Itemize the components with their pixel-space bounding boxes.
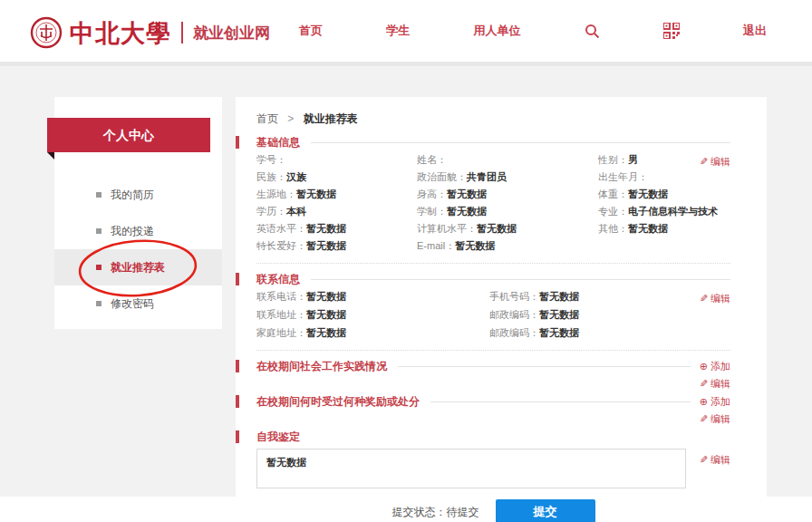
edit-practice-button[interactable]: 编辑 <box>700 378 730 389</box>
field-label: 姓名： <box>417 154 447 165</box>
field: 英语水平：暂无数据 <box>256 222 417 236</box>
field-label: 联系地址： <box>256 309 306 320</box>
field-label: 专业： <box>598 206 628 217</box>
sidebar-title-banner: 个人中心 <box>47 118 210 152</box>
field-value: 暂无数据 <box>628 223 668 234</box>
main-panel: 首页 > 就业推荐表 基础信息 学号：姓名：性别：男民族：汉族政治面貌：共青团员… <box>236 97 767 497</box>
edit-awards-button[interactable]: 编辑 <box>700 413 730 424</box>
field: 联系电话：暂无数据 <box>256 290 489 304</box>
site-logo[interactable]: 中北大學 就业创业网 <box>30 14 270 52</box>
logout-link[interactable]: 退出 <box>743 23 767 39</box>
field: 生源地：暂无数据 <box>256 188 417 201</box>
field: 特长爱好：暂无数据 <box>256 239 417 253</box>
section-rule <box>430 401 691 402</box>
field: 学历：本科 <box>256 205 417 218</box>
section-rule <box>311 142 730 143</box>
page: 中北大學 就业创业网 首页 学生 用人单位 <box>0 0 812 522</box>
field: 家庭地址：暂无数据 <box>256 326 489 340</box>
field: 身高：暂无数据 <box>417 188 598 201</box>
field-label: 其他： <box>598 223 628 234</box>
submit-button[interactable]: 提交 <box>496 499 595 522</box>
add-practice-button[interactable]: 添加 <box>700 360 730 373</box>
field: 邮政编码：暂无数据 <box>489 308 730 322</box>
field: 手机号码：暂无数据 <box>489 290 730 304</box>
sidebar-item[interactable]: 修改密码 <box>54 285 222 322</box>
field: 学制：暂无数据 <box>417 205 598 218</box>
field-value: 暂无数据 <box>539 309 579 320</box>
submit-status: 提交状态：待提交 <box>392 505 479 520</box>
basic-info-grid: 学号：姓名：性别：男民族：汉族政治面貌：共青团员出生年月：生源地：暂无数据身高：… <box>256 153 730 253</box>
section-bar <box>236 136 239 149</box>
edit-self-assessment-button[interactable]: 编辑 <box>700 453 730 467</box>
self-assessment-block: 暂无数据 编辑 <box>256 449 730 488</box>
field-label: 出生年月： <box>598 171 648 182</box>
field-label: E-mail： <box>417 240 455 251</box>
nav-students[interactable]: 学生 <box>386 23 410 39</box>
square-bullet-icon <box>96 228 102 234</box>
field: 学号： <box>256 153 417 167</box>
field-value: 暂无数据 <box>628 188 668 199</box>
search-icon[interactable] <box>585 24 600 39</box>
field-value: 本科 <box>286 206 306 217</box>
field-value: 暂无数据 <box>539 291 579 302</box>
field-label: 学历： <box>256 206 286 217</box>
university-name: 中北大學 <box>70 21 171 45</box>
field-value: 电子信息科学与技术 <box>628 206 718 217</box>
section-bar <box>236 430 239 443</box>
field: 出生年月： <box>598 170 730 184</box>
field-value: 暂无数据 <box>306 223 346 234</box>
field-label: 性别： <box>598 154 628 165</box>
section-awards-title: 在校期间何时受过何种奖励或处分 添加 <box>256 394 730 409</box>
sidebar-item[interactable]: 我的投递 <box>54 213 222 249</box>
self-assessment-textbox[interactable]: 暂无数据 <box>256 449 686 488</box>
field: 专业：电子信息科学与技术 <box>598 205 730 218</box>
field-value: 男 <box>628 154 638 165</box>
field: 其他：暂无数据 <box>598 222 730 236</box>
field-label: 邮政编码： <box>489 327 539 338</box>
section-bar <box>236 395 239 408</box>
field-label: 身高： <box>417 188 447 199</box>
field-value: 暂无数据 <box>306 327 346 338</box>
sidebar-item[interactable]: 就业推荐表 <box>54 249 222 285</box>
submit-status-label: 提交状态： <box>392 506 447 518</box>
section-contact-info-title: 联系信息 <box>256 272 730 286</box>
top-header: 中北大學 就业创业网 首页 学生 用人单位 <box>0 0 812 62</box>
section-basic-info-title: 基础信息 <box>256 135 730 150</box>
square-bullet-icon <box>96 301 102 306</box>
add-awards-button[interactable]: 添加 <box>700 395 730 409</box>
breadcrumb-separator: > <box>287 112 294 125</box>
sidebar-item[interactable]: 我的简历 <box>54 177 222 213</box>
qr-code-icon[interactable] <box>663 23 680 39</box>
field: 姓名： <box>417 153 598 167</box>
breadcrumb: 首页 > 就业推荐表 <box>256 111 730 127</box>
field-value: 暂无数据 <box>455 240 495 251</box>
basic-info-block: 学号：姓名：性别：男民族：汉族政治面貌：共青团员出生年月：生源地：暂无数据身高：… <box>256 153 730 264</box>
field-label: 计算机水平： <box>417 223 477 234</box>
field: 邮政编码：暂无数据 <box>489 326 730 340</box>
field-label: 英语水平： <box>256 223 306 234</box>
nav-employers[interactable]: 用人单位 <box>473 23 520 39</box>
field-value: 暂无数据 <box>296 188 336 199</box>
section-rule <box>398 366 691 367</box>
sidebar-item-label: 修改密码 <box>111 296 154 312</box>
edit-basic-info-button[interactable]: 编辑 <box>700 155 730 169</box>
section-practice-title: 在校期间社会工作实践情况 添加 <box>256 359 730 373</box>
university-seal-icon <box>30 16 63 49</box>
field-value: 暂无数据 <box>306 240 346 251</box>
field-value: 暂无数据 <box>539 327 579 338</box>
field-value: 暂无数据 <box>306 291 346 302</box>
sidebar-item-label: 我的简历 <box>111 188 154 203</box>
sidebar: 个人中心 我的简历我的投递就业推荐表修改密码 <box>54 97 222 329</box>
edit-contact-info-button[interactable]: 编辑 <box>700 292 730 305</box>
field-label: 学号： <box>256 154 286 165</box>
awards-edit-row: 编辑 <box>256 412 730 425</box>
field: 体重：暂无数据 <box>598 188 730 201</box>
field: 民族：汉族 <box>256 170 417 184</box>
field-value: 暂无数据 <box>306 309 346 320</box>
nav-home[interactable]: 首页 <box>299 23 323 39</box>
section-self-assessment-title: 自我鉴定 <box>256 430 730 444</box>
field-value: 暂无数据 <box>447 206 487 217</box>
breadcrumb-home[interactable]: 首页 <box>256 112 278 125</box>
contact-info-grid: 联系电话：暂无数据手机号码：暂无数据联系地址：暂无数据邮政编码：暂无数据家庭地址… <box>256 290 730 340</box>
sidebar-item-label: 我的投递 <box>111 224 154 239</box>
